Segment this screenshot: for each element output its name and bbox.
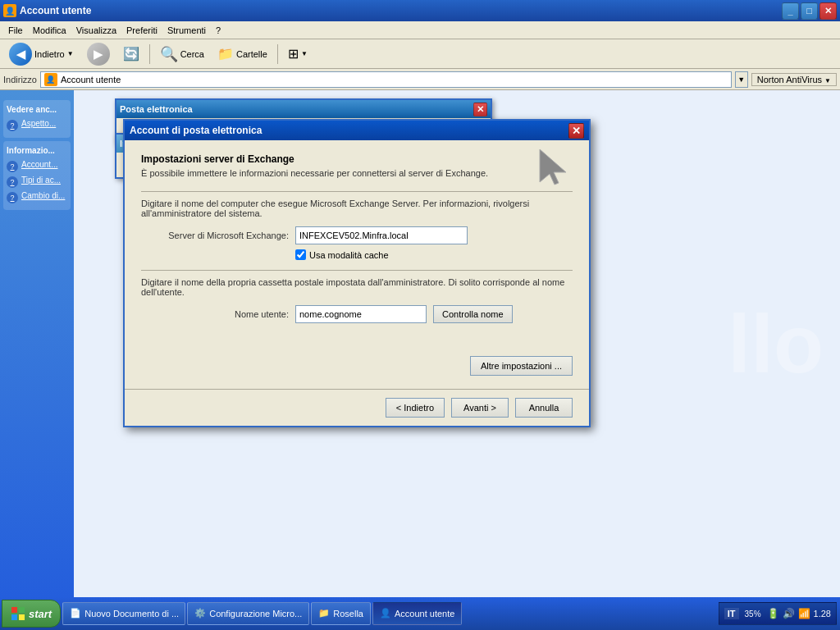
address-dropdown-button[interactable]: ▼ <box>735 71 748 88</box>
main-area: Vedere anc... ? Aspetto... Informazio...… <box>0 90 840 597</box>
cache-label: Usa modalità cache <box>309 250 389 260</box>
views-button[interactable]: ⊞ ▼ <box>282 43 313 65</box>
next-button-dialog[interactable]: Avanti > <box>451 398 509 418</box>
sidebar: Vedere anc... ? Aspetto... Informazio...… <box>0 90 74 597</box>
cache-checkbox[interactable] <box>295 249 306 260</box>
cache-row: Usa modalità cache <box>295 249 573 260</box>
toolbar: ◀ Indietro ▼ ▶ 🔄 🔍 Cerca 📁 Cartelle ⊞ ▼ <box>0 39 840 69</box>
taskbar-icon-1: ⚙️ <box>194 608 206 619</box>
folders-button[interactable]: 📁 Cartelle <box>212 43 273 65</box>
folders-label: Cartelle <box>236 49 267 59</box>
taskbar-icon-2: 📁 <box>318 608 330 619</box>
search-button[interactable]: 🔍 Cerca <box>154 42 210 66</box>
back-button[interactable]: ◀ Indietro ▼ <box>3 39 80 69</box>
forward-icon: ▶ <box>87 43 110 66</box>
svg-rect-1 <box>11 607 17 613</box>
content-area: llo Posta elettronica ✕ Impostazioni di … <box>74 90 840 597</box>
window-icon: 👤 <box>3 4 16 17</box>
menu-strumenti[interactable]: Strumenti <box>162 24 211 37</box>
sidebar-info-title: Informazio... <box>7 146 67 155</box>
taskbar-label-1: Configurazione Micro... <box>209 609 302 619</box>
username-description: Digitare il nome della propria cassetta … <box>141 277 573 297</box>
close-window-button[interactable]: ✕ <box>819 2 837 20</box>
maximize-button[interactable]: □ <box>801 2 818 20</box>
tray-lang: IT <box>724 608 739 619</box>
sidebar-see-also-title: Vedere anc... <box>7 105 67 114</box>
back-label: Indietro <box>34 49 65 59</box>
dialog-body: Impostazioni server di Exchange È possib… <box>125 140 589 389</box>
account-dialog: Account di posta elettronica ✕ Impostazi… <box>123 119 591 427</box>
svg-marker-0 <box>540 149 566 185</box>
taskbar-item-3[interactable]: 👤 Account utente <box>372 602 462 625</box>
dialog-titlebar: Account di posta elettronica ✕ <box>125 121 589 140</box>
sidebar-item-account[interactable]: ? Account... <box>7 158 67 174</box>
window-title: Account utente <box>20 5 91 16</box>
posta-close-button[interactable]: ✕ <box>473 103 487 116</box>
start-label: start <box>29 608 52 620</box>
forward-button[interactable]: ▶ <box>81 39 116 69</box>
altre-impostazioni-button[interactable]: Altre impostazioni ... <box>470 356 573 376</box>
server-input[interactable] <box>295 226 468 244</box>
sidebar-cambio-icon: ? <box>7 192 18 203</box>
sidebar-tipi-icon: ? <box>7 176 18 188</box>
username-label: Nome utente: <box>141 309 289 319</box>
sidebar-item-aspetto[interactable]: ? Aspetto... <box>7 117 67 133</box>
sidebar-see-also: Vedere anc... ? Aspetto... <box>3 100 71 138</box>
tray-clock: 1.28 <box>814 609 831 619</box>
taskbar-item-0[interactable]: 📄 Nuovo Documento di ... <box>62 602 185 625</box>
speaker-icon: 📶 <box>798 608 810 619</box>
taskbar-tray: IT 35% 🔋 🔊 📶 1.28 <box>719 602 837 625</box>
start-button[interactable]: start <box>2 600 61 628</box>
username-row: Nome utente: Controlla nome <box>141 305 573 323</box>
menu-help[interactable]: ? <box>211 24 226 37</box>
taskbar-icon-0: 📄 <box>70 608 81 619</box>
server-row: Server di Microsoft Exchange: <box>141 226 573 244</box>
taskbar-item-1[interactable]: ⚙️ Configurazione Micro... <box>187 602 309 625</box>
svg-rect-2 <box>19 607 25 613</box>
dialog-title: Account di posta elettronica <box>130 125 262 136</box>
minimize-button[interactable]: _ <box>782 2 799 20</box>
check-name-button[interactable]: Controlla nome <box>433 305 513 323</box>
main-titlebar: 👤 Account utente _ □ ✕ <box>0 0 840 21</box>
norton-label: Norton AntiVirus <box>757 75 822 84</box>
address-bar: Indirizzo 👤 Account utente ▼ Norton Anti… <box>0 69 840 90</box>
address-input-container[interactable]: 👤 Account utente <box>40 71 732 88</box>
menu-modifica[interactable]: Modifica <box>28 24 71 37</box>
battery-icon: 🔋 <box>767 608 779 619</box>
server-label: Server di Microsoft Exchange: <box>141 231 289 240</box>
menu-visualizza[interactable]: Visualizza <box>71 24 121 37</box>
taskbar-label-0: Nuovo Documento di ... <box>84 609 179 619</box>
sidebar-info: Informazio... ? Account... ? Tipi di ac.… <box>3 141 71 210</box>
username-input[interactable] <box>295 305 427 323</box>
menu-preferiti[interactable]: Preferiti <box>121 24 162 37</box>
taskbar-icon-3: 👤 <box>380 608 391 619</box>
views-dropdown-icon[interactable]: ▼ <box>301 50 308 57</box>
dialog-close-button[interactable]: ✕ <box>568 123 584 139</box>
dialog-footer: < Indietro Avanti > Annulla <box>125 389 589 426</box>
back-icon: ◀ <box>9 43 32 66</box>
back-dropdown-icon[interactable]: ▼ <box>67 50 74 57</box>
sidebar-item-cambio[interactable]: ? Cambio di... <box>7 189 67 205</box>
tray-battery-pct: 35% <box>742 609 764 619</box>
cancel-button-dialog[interactable]: Annulla <box>515 398 573 418</box>
refresh-button[interactable]: 🔄 <box>117 43 145 65</box>
menu-file[interactable]: File <box>3 24 28 37</box>
posta-window-title: Posta elettronica <box>120 104 193 114</box>
sidebar-item-tipi[interactable]: ? Tipi di ac... <box>7 174 67 189</box>
menu-bar: File Modifica Visualizza Preferiti Strum… <box>0 21 840 39</box>
taskbar-label-2: Rosella <box>333 609 363 619</box>
search-label: Cerca <box>180 49 204 59</box>
taskbar: start 📄 Nuovo Documento di ... ⚙️ Config… <box>0 597 840 630</box>
dialog-section-subtitle: È possibile immettere le informazioni ne… <box>141 168 573 178</box>
posta-window-titlebar: Posta elettronica ✕ <box>116 100 491 118</box>
norton-button[interactable]: Norton AntiVirus ▼ <box>751 73 837 86</box>
taskbar-item-2[interactable]: 📁 Rosella <box>311 602 371 625</box>
address-value: Account utente <box>61 75 121 84</box>
toolbar-sep1 <box>149 44 150 64</box>
sidebar-aspetto-icon: ? <box>7 120 18 131</box>
server-description: Digitare il nome del computer che esegue… <box>141 199 573 218</box>
dialog-section-title: Impostazioni server di Exchange <box>141 153 573 165</box>
svg-rect-3 <box>11 614 17 620</box>
back-button-dialog[interactable]: < Indietro <box>386 398 445 418</box>
address-label: Indirizzo <box>3 75 37 84</box>
